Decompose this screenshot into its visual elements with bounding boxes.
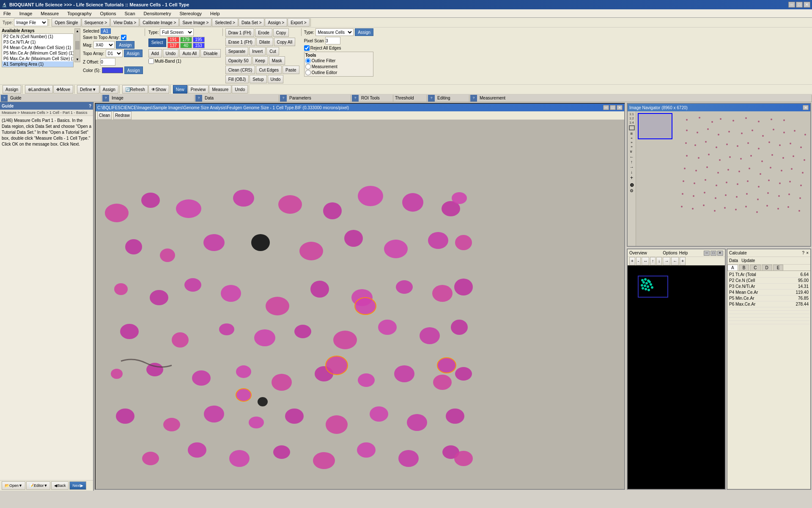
show-button[interactable]: 👁 Show [148,85,169,94]
export-button[interactable]: Export > [288,18,310,27]
copy-all-button[interactable]: Copy All [274,38,296,46]
measure-cells-select[interactable]: Measure Cells [315,28,354,36]
calc-close-btn[interactable]: × [806,251,809,255]
outline-filter-option[interactable]: Outline Filter [305,58,372,64]
next-button[interactable]: Next ▶ [69,481,86,490]
erase1-button[interactable]: Erase 1 (FH) [225,38,255,46]
ov-down[interactable]: ↓ [656,257,662,265]
cut-button[interactable]: Cut [266,47,279,55]
data-set-button[interactable]: Data Set > [239,18,265,27]
array-item-2[interactable]: P4 Mean Ce.Ar (Mean Cell Size) (1) [2,45,73,50]
img-close[interactable]: ✕ [617,105,623,110]
redraw-button[interactable]: Redraw [113,111,131,120]
assign-button-1[interactable]: Assign > [265,18,287,27]
pixel-scan-input[interactable] [325,37,340,44]
ov-left[interactable]: ← [671,257,679,265]
z-offset-input[interactable] [100,58,115,66]
auto-all-button[interactable]: Auto All [179,49,200,58]
measurement-option[interactable]: Measurement [305,64,372,69]
calc-tab-c[interactable]: C [750,265,760,271]
editor-guide-button[interactable]: 📝 Editor ▼ [26,481,50,490]
outline-editor-radio[interactable] [305,70,311,75]
preview-button[interactable]: Preview [188,85,209,94]
menu-scan[interactable]: Scan [123,11,137,17]
img-minimize[interactable]: ─ [603,105,609,110]
open-single-button[interactable]: Open Single [52,18,81,27]
nav-arrow-down[interactable]: ↓ [631,170,633,174]
save-topo-checkbox[interactable] [121,35,126,40]
keep-button[interactable]: Keep [252,56,268,65]
mag-select[interactable]: X40 [93,41,115,49]
setup-button[interactable]: Setup [250,75,266,83]
assign-row3-button[interactable]: Assign [3,85,21,94]
scale-1-2[interactable]: 1:2 [629,116,634,120]
ov-plus2[interactable]: + [680,257,686,265]
dilate-button[interactable]: Dilate [256,38,273,46]
menu-options[interactable]: Options [99,11,118,17]
ov-zoom-in[interactable]: + [629,257,635,265]
nav-arrow-left[interactable]: ← [630,155,634,159]
mask-button[interactable]: Mask [269,56,285,65]
calc-help[interactable]: ? [802,251,805,255]
img-maximize[interactable]: □ [610,105,616,110]
landmark-button[interactable]: ⊕ Landmark [25,85,53,94]
nav-zoom-out[interactable]: ⊕ [630,182,634,188]
scale-1-1[interactable]: 1:1 [629,112,634,116]
ov-right[interactable]: → [663,257,670,265]
scroll-up[interactable]: ▲ [76,29,79,33]
paste-button[interactable]: Paste [283,66,299,74]
separate-button[interactable]: Separate [225,47,249,55]
calibrate-image-button[interactable]: Calibrate Image > [140,18,179,27]
menu-help[interactable]: Help [208,11,222,17]
overview-options[interactable]: Options [663,251,677,255]
draw1-button[interactable]: Draw 1 (FH) [225,28,254,37]
assign-color-button[interactable]: Assign [124,66,143,74]
menu-densitometry[interactable]: Densitometry [142,11,173,17]
assign3-button[interactable]: Assign [355,28,373,36]
define-button[interactable]: Define ▼ [77,85,99,94]
copy-btn[interactable]: Copy [273,28,289,37]
overview-help[interactable]: Help [679,251,688,255]
invert-button[interactable]: Invert [249,47,266,55]
undo-btn-2[interactable]: Undo [163,49,179,58]
save-image-button[interactable]: Save Image > [179,18,211,27]
nav-icon-down2[interactable]: » [629,150,634,153]
nav-arrow-right[interactable]: → [630,165,634,169]
selected-button[interactable]: Selected > [212,18,238,27]
calc-menu-data[interactable]: Data [729,258,738,263]
topo-array-select[interactable]: D1 [106,50,123,57]
undo4-button[interactable]: Undo [232,85,248,94]
cut-edges-button[interactable]: Cut Edges [256,66,282,74]
array-item-4[interactable]: P6 Max.Ce.Ar (Maximum Cell Size) (1) [2,56,73,61]
calc-tab-d[interactable]: D [762,265,772,271]
refresh-button[interactable]: 🔄 Refresh [122,85,148,94]
measurement-radio[interactable] [305,64,311,69]
array-item-5[interactable]: A1 Sampling Area (1) [2,61,73,67]
calc-tab-b[interactable]: B [739,265,749,271]
array-item-3[interactable]: P5 Min.Ce.Ar (Minimum Cell Size) (1) [2,50,73,56]
minimize-button[interactable]: ─ [788,2,795,8]
disable-button[interactable]: Disable [200,49,220,58]
ov-zoom-out[interactable]: - [636,257,641,265]
add-button[interactable]: Add [148,49,162,58]
array-item-1[interactable]: P3 Ce.N/Ti.Ar (1) [2,39,73,45]
scroll-down[interactable]: ▼ [76,58,79,61]
clean-button[interactable]: Clean [97,111,112,120]
fill-obj-button[interactable]: Fill (OBJ) [225,75,249,83]
assign-topo-button[interactable]: Assign [124,50,143,57]
outline-filter-radio[interactable] [305,58,311,64]
array-item-6[interactable]: A0 Cell Area (52) [2,67,73,67]
scale-1-4[interactable]: 1:4 [629,121,634,124]
ov-minimize[interactable]: ─ [704,251,710,256]
nav-icon-rect[interactable] [629,125,635,130]
close-button[interactable]: ✕ [804,2,810,8]
nav-zoom-in[interactable]: + [630,175,633,181]
outline-editor-option[interactable]: Outline Editor [305,70,372,75]
opacity-button[interactable]: Opacity 50 [225,56,252,65]
calc-tab-e[interactable]: E [773,265,784,271]
undo3-button[interactable]: Undo [268,75,284,83]
nav-close-btn[interactable]: ✕ [803,105,809,110]
ov-close[interactable]: ✕ [717,251,723,256]
type2-select[interactable]: Full Screen [160,28,194,36]
calc-menu-update[interactable]: Update [741,258,755,263]
